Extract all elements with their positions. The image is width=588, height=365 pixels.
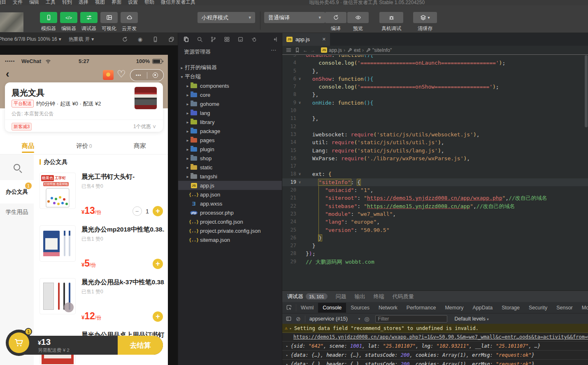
restart-icon[interactable] — [122, 36, 128, 42]
devtools-tab-storage[interactable]: Storage — [497, 303, 524, 313]
menu-item[interactable]: 转到 — [59, 0, 75, 5]
menu-item[interactable]: 选择 — [75, 0, 92, 5]
tree-file[interactable]: Ǝapp.wxss — [178, 199, 282, 208]
code-line[interactable]: 18∨ ext: { — [282, 170, 588, 178]
stop-icon[interactable]: ◉ — [138, 36, 142, 42]
debugger-tab[interactable]: 输出 — [355, 293, 365, 300]
branch-icon[interactable] — [210, 36, 216, 42]
category-item[interactable]: 学生用品 — [0, 204, 34, 220]
devtools-tab-performance[interactable]: Performance — [402, 303, 441, 313]
action-button-refresh[interactable]: 编译 — [325, 12, 346, 32]
tree-folder[interactable]: ▸components — [178, 81, 282, 90]
breadcrumb-item[interactable]: ext› — [347, 47, 364, 53]
menu-item[interactable]: 微信开发者工具 — [158, 0, 199, 5]
action-button-eye[interactable]: 预览 — [347, 12, 369, 32]
code-line[interactable]: 26 } — [282, 234, 588, 242]
code-line[interactable]: 7 console.log('=================onShow==… — [282, 83, 588, 91]
breadcrumb-item[interactable]: "siteInfo" — [366, 47, 392, 53]
device-select[interactable]: iPhone 6/7/8 Plus 100% 16 ▾ — [0, 36, 61, 42]
add-to-cart-button[interactable]: + — [153, 311, 163, 322]
menu-item[interactable]: 项目 — [0, 0, 9, 5]
code-line[interactable]: 9∨ onHide: function(){ — [282, 99, 588, 107]
code-line[interactable]: 22 "sitebase": "https://demo15.ynjdzzd00… — [282, 202, 588, 210]
code-line[interactable]: 6∨ onShow: function(){ — [282, 75, 588, 83]
expand-icon[interactable]: ▸ — [286, 362, 288, 365]
action-button-bug[interactable]: 真机调试 — [379, 12, 403, 32]
explorer-section[interactable]: ▸打开的编辑器 — [178, 63, 282, 72]
code-line[interactable]: 5 }, — [282, 67, 588, 75]
tree-folder[interactable]: ▸pages — [178, 136, 282, 145]
code-line[interactable]: 16 WxParse: require('./library/wxParse/w… — [282, 154, 588, 162]
frame-icon[interactable] — [237, 36, 244, 42]
extensions-icon[interactable] — [224, 36, 230, 42]
checkout-button[interactable]: 去结算 — [118, 336, 163, 355]
bookmark-icon[interactable] — [294, 47, 300, 53]
category-search[interactable] — [0, 154, 34, 180]
context-select[interactable]: appservice (#15) ▾ — [309, 316, 360, 322]
code-line[interactable]: 4 console.log('=================onLaunch… — [282, 59, 588, 67]
code-line[interactable]: 28}); — [282, 250, 588, 257]
code-line[interactable]: 14 util: require('static/js/utils/util.j… — [282, 138, 588, 146]
fold-icon[interactable]: ∨ — [296, 99, 303, 107]
menu-item[interactable]: 界面 — [108, 0, 125, 5]
shop-tab-2[interactable]: 商家 — [112, 139, 168, 154]
tree-file[interactable]: {..}app.json — [178, 190, 282, 199]
toolbar-button-cloud[interactable]: 云开发 — [120, 12, 138, 32]
expand-icon[interactable]: ▸ — [290, 326, 292, 330]
editor-scrollbar[interactable] — [585, 55, 588, 127]
devtools-tab-mock[interactable]: Mock — [577, 303, 588, 313]
close-miniprogram-icon[interactable] — [147, 73, 164, 78]
fold-icon[interactable]: ∨ — [296, 178, 303, 186]
expand-icon[interactable]: ▸ — [286, 353, 288, 357]
debugger-tab[interactable]: 调试器15, 101 — [287, 293, 328, 300]
menu-item[interactable]: 设置 — [125, 0, 141, 5]
tree-file[interactable]: {..}sitemap.json — [178, 235, 282, 244]
live-expression-icon[interactable]: ◎ — [364, 316, 369, 322]
console-link[interactable]: https://demo15.ynjdzzd008.cn/app/wxapp.p… — [293, 334, 588, 340]
code-line[interactable]: 11 }, — [282, 115, 588, 122]
files-icon[interactable] — [183, 36, 189, 42]
log-levels-select[interactable]: Default levels ▾ — [455, 316, 489, 322]
device-frame-icon[interactable] — [152, 36, 158, 42]
add-to-cart-button[interactable]: + — [153, 259, 163, 269]
tree-folder[interactable]: ▸package — [178, 126, 282, 136]
devtools-tab-appdata[interactable]: AppData — [468, 303, 497, 313]
tree-folder[interactable]: ▸static — [178, 163, 282, 172]
menu-item[interactable]: 文件 — [9, 0, 26, 5]
devtools-tab-sensor[interactable]: Sensor — [552, 303, 577, 313]
mode-select[interactable]: 小程序模式 ▾ — [198, 12, 255, 23]
code-line[interactable]: 3onLaunch: function(){ — [282, 55, 588, 59]
detach-window-icon[interactable] — [168, 36, 174, 42]
filter-input[interactable] — [375, 315, 447, 323]
compile-mode-select[interactable]: 普通编译 ▾ — [264, 12, 325, 23]
tree-folder[interactable]: ▸tangshi — [178, 172, 282, 181]
code-line[interactable]: 12 — [282, 123, 588, 131]
tree-folder[interactable]: ▸shop — [178, 154, 282, 163]
devtools-tab-console[interactable]: Console — [318, 303, 346, 313]
explorer-section[interactable]: ▾平台端 — [178, 72, 282, 81]
devtools-tab-wxml[interactable]: Wxml — [296, 303, 318, 313]
code-line[interactable]: 20 "uniacid": "1", — [282, 186, 588, 194]
coupon-expander[interactable]: 1个优惠 ∨ — [133, 123, 156, 130]
code-line[interactable]: 8 }, — [282, 91, 588, 98]
code-line[interactable]: 21 "siteroot": "https://demo15.ynjdzzd00… — [282, 194, 588, 202]
search-icon[interactable] — [197, 36, 203, 42]
code-line[interactable]: 17 — [282, 162, 588, 170]
inspect-element-icon[interactable] — [282, 304, 296, 311]
toolbar-button-layout[interactable]: 可视化 — [100, 12, 118, 32]
fold-icon[interactable]: ∨ — [296, 75, 303, 83]
tree-folder[interactable]: ▸library — [178, 117, 282, 126]
action-button-layers[interactable]: ▾清缓存 — [413, 12, 437, 32]
outline-icon[interactable] — [286, 47, 292, 53]
tree-folder[interactable]: ▸plugin — [178, 145, 282, 154]
more-actions-icon[interactable]: ⋯ — [271, 47, 277, 53]
tree-file[interactable]: {..}project.private.config.json — [178, 226, 282, 235]
breadcrumb-item[interactable]: JSapp.js› — [321, 47, 345, 53]
code-line[interactable]: 10 — [282, 107, 588, 115]
code-line[interactable]: 13 iwebsocket: require('static/js/utils/… — [282, 131, 588, 138]
category-item[interactable]: 办公文具1 — [0, 180, 34, 204]
debugger-tab[interactable]: 终端 — [374, 293, 384, 300]
debugger-tab[interactable]: 代码质量 — [393, 293, 414, 300]
code-line[interactable]: 15 Lang: require('static/js/utils/lang.j… — [282, 147, 588, 154]
close-tab-icon[interactable]: ✕ — [322, 37, 326, 42]
